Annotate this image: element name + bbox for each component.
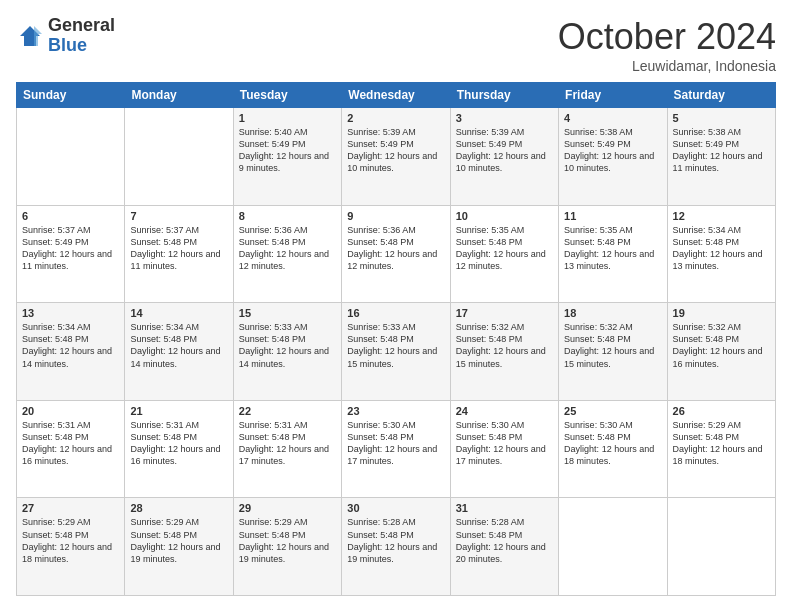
day-info: Sunrise: 5:31 AM Sunset: 5:48 PM Dayligh…: [239, 419, 336, 468]
day-number: 18: [564, 307, 661, 319]
calendar-cell-0-1: [125, 108, 233, 206]
day-number: 6: [22, 210, 119, 222]
header-saturday: Saturday: [667, 83, 775, 108]
calendar-cell-4-2: 29Sunrise: 5:29 AM Sunset: 5:48 PM Dayli…: [233, 498, 341, 596]
calendar-cell-3-4: 24Sunrise: 5:30 AM Sunset: 5:48 PM Dayli…: [450, 400, 558, 498]
calendar-cell-0-4: 3Sunrise: 5:39 AM Sunset: 5:49 PM Daylig…: [450, 108, 558, 206]
week-row-5: 27Sunrise: 5:29 AM Sunset: 5:48 PM Dayli…: [17, 498, 776, 596]
day-info: Sunrise: 5:31 AM Sunset: 5:48 PM Dayligh…: [130, 419, 227, 468]
day-number: 22: [239, 405, 336, 417]
calendar-cell-2-0: 13Sunrise: 5:34 AM Sunset: 5:48 PM Dayli…: [17, 303, 125, 401]
day-number: 9: [347, 210, 444, 222]
day-info: Sunrise: 5:38 AM Sunset: 5:49 PM Dayligh…: [564, 126, 661, 175]
day-info: Sunrise: 5:32 AM Sunset: 5:48 PM Dayligh…: [673, 321, 770, 370]
day-info: Sunrise: 5:39 AM Sunset: 5:49 PM Dayligh…: [456, 126, 553, 175]
day-number: 14: [130, 307, 227, 319]
calendar-table: Sunday Monday Tuesday Wednesday Thursday…: [16, 82, 776, 596]
day-number: 17: [456, 307, 553, 319]
day-info: Sunrise: 5:37 AM Sunset: 5:49 PM Dayligh…: [22, 224, 119, 273]
calendar-cell-0-0: [17, 108, 125, 206]
day-number: 27: [22, 502, 119, 514]
day-info: Sunrise: 5:28 AM Sunset: 5:48 PM Dayligh…: [347, 516, 444, 565]
day-number: 1: [239, 112, 336, 124]
header-thursday: Thursday: [450, 83, 558, 108]
calendar-cell-2-6: 19Sunrise: 5:32 AM Sunset: 5:48 PM Dayli…: [667, 303, 775, 401]
title-section: October 2024 Leuwidamar, Indonesia: [558, 16, 776, 74]
day-number: 2: [347, 112, 444, 124]
calendar-cell-4-3: 30Sunrise: 5:28 AM Sunset: 5:48 PM Dayli…: [342, 498, 450, 596]
day-number: 30: [347, 502, 444, 514]
header-wednesday: Wednesday: [342, 83, 450, 108]
day-info: Sunrise: 5:30 AM Sunset: 5:48 PM Dayligh…: [564, 419, 661, 468]
calendar-cell-4-6: [667, 498, 775, 596]
day-info: Sunrise: 5:33 AM Sunset: 5:48 PM Dayligh…: [239, 321, 336, 370]
day-number: 20: [22, 405, 119, 417]
day-info: Sunrise: 5:28 AM Sunset: 5:48 PM Dayligh…: [456, 516, 553, 565]
calendar-cell-3-2: 22Sunrise: 5:31 AM Sunset: 5:48 PM Dayli…: [233, 400, 341, 498]
day-number: 31: [456, 502, 553, 514]
calendar-cell-1-5: 11Sunrise: 5:35 AM Sunset: 5:48 PM Dayli…: [559, 205, 667, 303]
calendar-cell-0-5: 4Sunrise: 5:38 AM Sunset: 5:49 PM Daylig…: [559, 108, 667, 206]
calendar-cell-4-0: 27Sunrise: 5:29 AM Sunset: 5:48 PM Dayli…: [17, 498, 125, 596]
day-number: 10: [456, 210, 553, 222]
day-number: 12: [673, 210, 770, 222]
day-number: 25: [564, 405, 661, 417]
calendar-cell-3-1: 21Sunrise: 5:31 AM Sunset: 5:48 PM Dayli…: [125, 400, 233, 498]
logo-blue: Blue: [48, 36, 115, 56]
day-info: Sunrise: 5:29 AM Sunset: 5:48 PM Dayligh…: [673, 419, 770, 468]
calendar-cell-4-4: 31Sunrise: 5:28 AM Sunset: 5:48 PM Dayli…: [450, 498, 558, 596]
day-number: 13: [22, 307, 119, 319]
day-number: 29: [239, 502, 336, 514]
logo-text: General Blue: [48, 16, 115, 56]
day-info: Sunrise: 5:30 AM Sunset: 5:48 PM Dayligh…: [456, 419, 553, 468]
day-info: Sunrise: 5:29 AM Sunset: 5:48 PM Dayligh…: [130, 516, 227, 565]
day-number: 4: [564, 112, 661, 124]
day-info: Sunrise: 5:29 AM Sunset: 5:48 PM Dayligh…: [239, 516, 336, 565]
day-info: Sunrise: 5:36 AM Sunset: 5:48 PM Dayligh…: [239, 224, 336, 273]
calendar-cell-2-2: 15Sunrise: 5:33 AM Sunset: 5:48 PM Dayli…: [233, 303, 341, 401]
location-subtitle: Leuwidamar, Indonesia: [558, 58, 776, 74]
calendar-page: General Blue October 2024 Leuwidamar, In…: [0, 0, 792, 612]
week-row-2: 6Sunrise: 5:37 AM Sunset: 5:49 PM Daylig…: [17, 205, 776, 303]
day-info: Sunrise: 5:33 AM Sunset: 5:48 PM Dayligh…: [347, 321, 444, 370]
header-monday: Monday: [125, 83, 233, 108]
calendar-cell-1-6: 12Sunrise: 5:34 AM Sunset: 5:48 PM Dayli…: [667, 205, 775, 303]
day-info: Sunrise: 5:34 AM Sunset: 5:48 PM Dayligh…: [673, 224, 770, 273]
calendar-cell-1-0: 6Sunrise: 5:37 AM Sunset: 5:49 PM Daylig…: [17, 205, 125, 303]
day-info: Sunrise: 5:39 AM Sunset: 5:49 PM Dayligh…: [347, 126, 444, 175]
day-number: 5: [673, 112, 770, 124]
logo-general: General: [48, 16, 115, 36]
calendar-cell-0-2: 1Sunrise: 5:40 AM Sunset: 5:49 PM Daylig…: [233, 108, 341, 206]
calendar-cell-3-6: 26Sunrise: 5:29 AM Sunset: 5:48 PM Dayli…: [667, 400, 775, 498]
header-tuesday: Tuesday: [233, 83, 341, 108]
calendar-cell-1-4: 10Sunrise: 5:35 AM Sunset: 5:48 PM Dayli…: [450, 205, 558, 303]
day-info: Sunrise: 5:40 AM Sunset: 5:49 PM Dayligh…: [239, 126, 336, 175]
calendar-cell-3-3: 23Sunrise: 5:30 AM Sunset: 5:48 PM Dayli…: [342, 400, 450, 498]
header: General Blue October 2024 Leuwidamar, In…: [16, 16, 776, 74]
day-number: 8: [239, 210, 336, 222]
calendar-cell-2-1: 14Sunrise: 5:34 AM Sunset: 5:48 PM Dayli…: [125, 303, 233, 401]
calendar-cell-3-5: 25Sunrise: 5:30 AM Sunset: 5:48 PM Dayli…: [559, 400, 667, 498]
calendar-cell-0-3: 2Sunrise: 5:39 AM Sunset: 5:49 PM Daylig…: [342, 108, 450, 206]
day-info: Sunrise: 5:32 AM Sunset: 5:48 PM Dayligh…: [456, 321, 553, 370]
day-info: Sunrise: 5:32 AM Sunset: 5:48 PM Dayligh…: [564, 321, 661, 370]
calendar-cell-1-2: 8Sunrise: 5:36 AM Sunset: 5:48 PM Daylig…: [233, 205, 341, 303]
day-number: 21: [130, 405, 227, 417]
day-info: Sunrise: 5:36 AM Sunset: 5:48 PM Dayligh…: [347, 224, 444, 273]
logo-icon: [16, 22, 44, 50]
day-number: 15: [239, 307, 336, 319]
day-info: Sunrise: 5:37 AM Sunset: 5:48 PM Dayligh…: [130, 224, 227, 273]
calendar-cell-1-1: 7Sunrise: 5:37 AM Sunset: 5:48 PM Daylig…: [125, 205, 233, 303]
day-info: Sunrise: 5:35 AM Sunset: 5:48 PM Dayligh…: [456, 224, 553, 273]
calendar-cell-2-3: 16Sunrise: 5:33 AM Sunset: 5:48 PM Dayli…: [342, 303, 450, 401]
calendar-cell-4-5: [559, 498, 667, 596]
day-info: Sunrise: 5:34 AM Sunset: 5:48 PM Dayligh…: [22, 321, 119, 370]
day-number: 11: [564, 210, 661, 222]
calendar-cell-3-0: 20Sunrise: 5:31 AM Sunset: 5:48 PM Dayli…: [17, 400, 125, 498]
day-info: Sunrise: 5:34 AM Sunset: 5:48 PM Dayligh…: [130, 321, 227, 370]
calendar-cell-0-6: 5Sunrise: 5:38 AM Sunset: 5:49 PM Daylig…: [667, 108, 775, 206]
day-info: Sunrise: 5:29 AM Sunset: 5:48 PM Dayligh…: [22, 516, 119, 565]
logo: General Blue: [16, 16, 115, 56]
week-row-4: 20Sunrise: 5:31 AM Sunset: 5:48 PM Dayli…: [17, 400, 776, 498]
day-number: 7: [130, 210, 227, 222]
